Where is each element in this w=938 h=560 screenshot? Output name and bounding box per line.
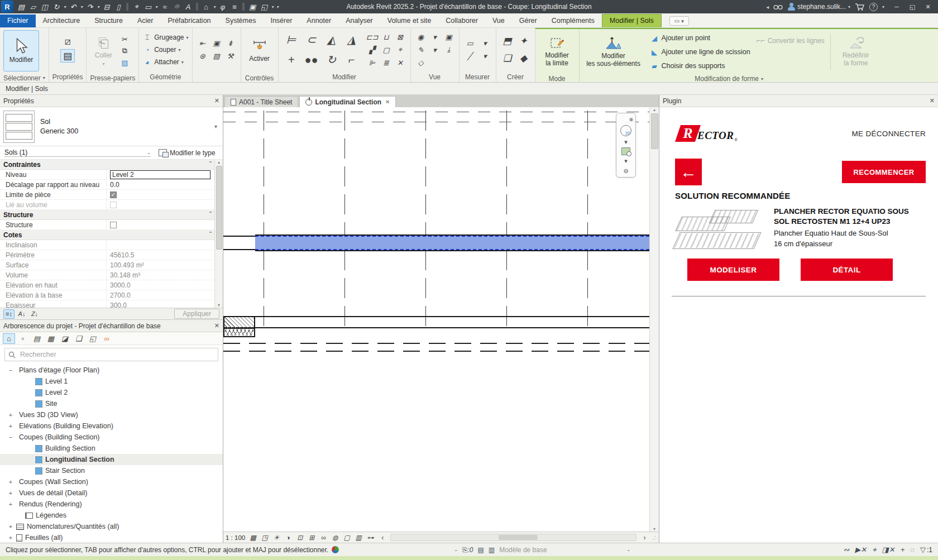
user-account[interactable]: stephane.sulik... ▾ bbox=[787, 3, 850, 11]
zoom-caret-icon[interactable]: ▾ bbox=[624, 156, 628, 165]
section-constraints[interactable]: Contraintesˆ bbox=[0, 160, 223, 170]
qat-separator[interactable] bbox=[242, 3, 245, 11]
design-options-link-icon[interactable]: ∾ bbox=[843, 545, 849, 554]
resize-grip[interactable]: .: bbox=[652, 534, 657, 540]
sort-by-group-icon[interactable]: ≡↕ bbox=[3, 309, 15, 319]
ribbon-tab[interactable]: Architecture bbox=[36, 15, 88, 27]
panel-label-select[interactable]: Sélectionner▾ bbox=[0, 74, 49, 82]
ribbon-tab-contextual[interactable]: Modifier | Sols bbox=[602, 14, 662, 27]
edit-boundary-button[interactable]: Modifier la limite bbox=[539, 31, 576, 73]
browser-links-icon[interactable]: ∞ bbox=[100, 333, 113, 344]
reveal-constraints-icon[interactable]: ◉ bbox=[414, 31, 428, 43]
join-geometry-button[interactable]: ◕ Attacher▾ bbox=[142, 56, 184, 68]
wall-joins-icon[interactable]: ▣ bbox=[210, 37, 223, 50]
delete-icon[interactable]: ✕ bbox=[394, 56, 407, 69]
temporary-view-properties-icon[interactable]: ▢ bbox=[342, 534, 351, 542]
file-properties-icon[interactable]: ▤ bbox=[16, 1, 27, 12]
edit-type-button[interactable]: Modifier le type bbox=[159, 149, 215, 157]
convert-lines-button[interactable]: ⌐⌐ Convertir les lignes bbox=[756, 35, 825, 46]
view-tab-longitudinal-section[interactable]: Longitudinal Section ✕ bbox=[299, 96, 396, 107]
sync-icon[interactable]: ↻ bbox=[51, 1, 62, 12]
save-icon[interactable]: ◫ bbox=[39, 1, 50, 12]
browser-zoom-selection-icon[interactable]: ▫ bbox=[17, 333, 29, 344]
displace-elements-icon[interactable]: ◇ bbox=[414, 56, 428, 69]
paint-icon[interactable]: ▨ bbox=[210, 50, 223, 63]
design-options-icon[interactable]: ▥ bbox=[489, 546, 495, 554]
store-cart-icon[interactable] bbox=[855, 3, 865, 11]
ribbon-display-toggle[interactable]: ▭▾ bbox=[669, 16, 689, 26]
copy-to-clipboard-icon[interactable]: ⧉ bbox=[119, 46, 130, 56]
thin-lines-icon[interactable]: ≡ bbox=[229, 1, 240, 12]
browser-category-legends[interactable]: Légendes bbox=[0, 510, 223, 521]
drag-elements-icon[interactable]: + bbox=[901, 545, 905, 554]
worksharing-display-icon[interactable]: ▥ bbox=[354, 534, 363, 542]
crop-region-visibility-icon[interactable]: ⊞ bbox=[307, 534, 316, 542]
cut-profile-icon[interactable]: ⇤ bbox=[196, 37, 209, 50]
add-point-button[interactable]: ◢ Ajouter un point bbox=[650, 32, 750, 44]
align-icon[interactable]: ⊨ bbox=[282, 30, 301, 49]
active-workset[interactable]: Modèle de base bbox=[499, 546, 572, 554]
temporary-hide-isolate-icon[interactable]: ∞ bbox=[319, 534, 328, 542]
browser-item-site[interactable]: Site bbox=[0, 398, 223, 409]
beam-cutback-icon[interactable]: ⇟ bbox=[224, 37, 237, 50]
browser-item-stair-section[interactable]: Stair Section bbox=[0, 465, 223, 476]
browser-category-building-sections[interactable]: − Coupes (Building Section) bbox=[0, 432, 223, 443]
ribbon-tab[interactable]: Insérer bbox=[263, 15, 299, 27]
activate-controls-button[interactable]: Activer bbox=[245, 30, 275, 71]
project-browser-close-icon[interactable]: ✕ bbox=[214, 322, 219, 329]
plugin-close-icon[interactable]: ✕ bbox=[930, 97, 935, 104]
status-caret-icon[interactable]: ⌄ bbox=[454, 547, 458, 552]
measure-caret-icon[interactable]: ▾ bbox=[478, 37, 492, 50]
ribbon-tab[interactable]: Volume et site bbox=[380, 15, 439, 27]
tag-icon[interactable]: ⌾ bbox=[171, 1, 182, 12]
redo-icon[interactable]: ↷ bbox=[84, 1, 95, 12]
move-icon[interactable]: + bbox=[282, 50, 301, 69]
paste-button[interactable]: ⎗ Coller ▾ bbox=[90, 30, 117, 71]
floor-slab[interactable] bbox=[223, 236, 649, 250]
type-selector[interactable]: Sol Generic 300 ▾ bbox=[0, 107, 223, 146]
restart-button[interactable]: RECOMMENCER bbox=[842, 161, 926, 183]
customize-qat-icon[interactable]: ▾ bbox=[275, 1, 280, 12]
undo-caret-icon[interactable]: ▾ bbox=[79, 1, 84, 12]
detail-level-icon[interactable]: ▩ bbox=[248, 534, 257, 542]
match-type-icon[interactable]: ▧ bbox=[119, 58, 130, 68]
demolish-icon[interactable]: ⚒ bbox=[224, 50, 237, 63]
open-icon[interactable]: ▱ bbox=[27, 1, 39, 12]
selected-floor-slab[interactable] bbox=[255, 236, 649, 250]
home-caret-icon[interactable]: ▾ bbox=[212, 1, 217, 12]
default-3d-view-icon[interactable]: ⌂ bbox=[200, 1, 212, 12]
ribbon-tab[interactable]: Analyser bbox=[338, 15, 380, 27]
workset-caret-icon[interactable]: ⌄ bbox=[626, 547, 630, 552]
logout-link[interactable]: ME DÉCONNECTER bbox=[852, 130, 926, 138]
navbar-close-icon[interactable]: ⊗ bbox=[629, 115, 635, 124]
collapse-search-icon[interactable]: ◂ bbox=[766, 4, 769, 10]
browser-category-3d-views[interactable]: + Vues 3D (3D View) bbox=[0, 409, 223, 420]
ribbon-tab[interactable]: Préfabrication bbox=[160, 15, 218, 27]
create-group-icon[interactable]: ⬒ bbox=[500, 33, 515, 50]
reveal-hidden-elements-icon[interactable]: ◍ bbox=[331, 534, 339, 542]
text-icon[interactable]: A bbox=[183, 1, 194, 12]
modify-button[interactable]: Modifier bbox=[3, 30, 39, 71]
qat-separator[interactable] bbox=[196, 3, 198, 11]
model-button[interactable]: MODELISER bbox=[687, 259, 779, 281]
search-binoculars-icon[interactable] bbox=[773, 3, 783, 11]
sort-ascending-icon[interactable]: A↓ bbox=[16, 309, 27, 319]
scroll-right-icon[interactable]: › bbox=[640, 534, 649, 542]
type-properties-icon[interactable]: ⧄ bbox=[62, 37, 73, 47]
section-icon[interactable]: φ bbox=[217, 1, 228, 12]
canvas-horizontal-scrollbar[interactable] bbox=[390, 534, 636, 541]
properties-scrollbar[interactable]: ▴ ▾ bbox=[214, 160, 223, 308]
back-button[interactable]: ← bbox=[675, 159, 702, 185]
background-processes-icon[interactable]: ◌ bbox=[910, 545, 915, 554]
navbar-collapse-icon[interactable]: ⊖ bbox=[623, 166, 628, 175]
group-icon[interactable]: ≣ bbox=[380, 56, 393, 69]
unjoin-icon[interactable]: ⊛ bbox=[196, 50, 209, 63]
view-scale[interactable]: 1 : 100 bbox=[226, 534, 245, 541]
sync-caret-icon[interactable]: ▾ bbox=[63, 1, 67, 12]
browser-category-schedules[interactable]: + Nomenclatures/Quantités (all) bbox=[0, 521, 223, 532]
zoom-region-icon[interactable] bbox=[621, 147, 630, 155]
browser-item-level-2[interactable]: Level 2 bbox=[0, 387, 223, 398]
mirror-pick-axis-icon[interactable]: ◭ bbox=[322, 30, 341, 49]
scale-icon[interactable]: ▢ bbox=[380, 44, 393, 56]
detail-line-icon[interactable]: ≈ bbox=[159, 1, 170, 12]
